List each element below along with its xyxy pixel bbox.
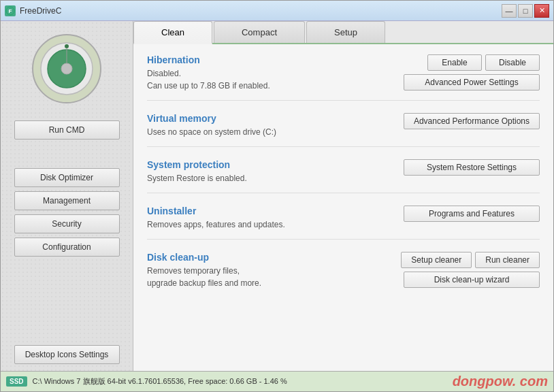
title-bar-left: F FreeDriveC bbox=[5, 5, 61, 16]
close-button[interactable]: ✕ bbox=[534, 4, 549, 18]
run-cmd-button[interactable]: Run CMD bbox=[14, 120, 120, 140]
main-content: Run CMD Disk Optimizer Management Securi… bbox=[1, 21, 553, 371]
uninstaller-left: Uninstaller Removes apps, features and u… bbox=[147, 206, 363, 231]
sidebar: Run CMD Disk Optimizer Management Securi… bbox=[1, 21, 133, 371]
disk-cleanup-left: Disk clean-up Removes temporary files, u… bbox=[147, 252, 363, 289]
status-bar: SSD C:\ Windows 7 旗舰版 64-bit v6.1.7601.6… bbox=[1, 371, 553, 391]
hibernation-right: Enable Disable Advanced Power Settings bbox=[363, 54, 540, 91]
enable-button[interactable]: Enable bbox=[427, 54, 482, 71]
hibernation-btn-row2: Advanced Power Settings bbox=[404, 74, 540, 91]
disk-cleanup-wizard-button[interactable]: Disk clean-up wizard bbox=[404, 272, 540, 288]
disk-cleanup-btn-row1: Setup cleaner Run cleaner bbox=[401, 252, 540, 268]
svg-text:F: F bbox=[9, 8, 12, 14]
management-button[interactable]: Management bbox=[14, 191, 120, 210]
app-logo bbox=[26, 28, 108, 110]
setup-cleaner-button[interactable]: Setup cleaner bbox=[401, 252, 472, 268]
virtual-memory-section: Virtual memory Uses no space on system d… bbox=[147, 113, 540, 147]
disk-cleanup-desc: Removes temporary files, upgrade backup … bbox=[147, 265, 349, 289]
hibernation-title: Hibernation bbox=[147, 54, 349, 65]
uninstaller-title: Uninstaller bbox=[147, 206, 349, 216]
hibernation-desc: Disabled. Can use up to 7.88 GB if enabl… bbox=[147, 67, 349, 92]
app-icon: F bbox=[5, 5, 16, 16]
uninstaller-section: Uninstaller Removes apps, features and u… bbox=[147, 206, 540, 240]
tabs-bar: Clean Compact Setup bbox=[133, 21, 553, 44]
system-protection-desc: System Restore is enabled. bbox=[147, 172, 349, 184]
main-window: F FreeDriveC — □ ✕ bbox=[0, 0, 554, 392]
virtual-memory-right: Advanced Performance Options bbox=[363, 113, 540, 129]
tab-setup[interactable]: Setup bbox=[306, 21, 385, 43]
system-protection-left: System protection System Restore is enab… bbox=[147, 159, 363, 184]
disable-button[interactable]: Disable bbox=[485, 54, 540, 71]
configuration-button[interactable]: Configuration bbox=[14, 238, 120, 257]
hibernation-btn-row1: Enable Disable bbox=[427, 54, 540, 71]
tab-clean[interactable]: Clean bbox=[133, 21, 212, 44]
system-protection-title: System protection bbox=[147, 159, 349, 170]
disk-cleanup-section: Disk clean-up Removes temporary files, u… bbox=[147, 252, 540, 297]
svg-point-5 bbox=[61, 63, 72, 74]
virtual-memory-title: Virtual memory bbox=[147, 113, 349, 124]
tab-content-clean: Hibernation Disabled. Can use up to 7.88… bbox=[133, 44, 553, 371]
advanced-power-settings-button[interactable]: Advanced Power Settings bbox=[404, 74, 540, 91]
tab-compact[interactable]: Compact bbox=[214, 21, 305, 43]
virtual-memory-desc: Uses no space on system drive (C:) bbox=[147, 126, 349, 138]
window-controls: — □ ✕ bbox=[502, 4, 549, 18]
watermark: dongpow. com bbox=[453, 374, 548, 389]
hibernation-left: Hibernation Disabled. Can use up to 7.88… bbox=[147, 54, 363, 92]
programs-and-features-button[interactable]: Programs and Features bbox=[404, 206, 540, 222]
system-protection-btn-row1: System Restore Settings bbox=[404, 159, 540, 176]
disk-cleanup-btn-row2: Disk clean-up wizard bbox=[404, 272, 540, 288]
virtual-memory-left: Virtual memory Uses no space on system d… bbox=[147, 113, 363, 138]
maximize-button[interactable]: □ bbox=[518, 4, 533, 18]
title-bar: F FreeDriveC — □ ✕ bbox=[1, 1, 553, 21]
virtual-memory-btn-row1: Advanced Performance Options bbox=[404, 113, 540, 129]
disk-optimizer-button[interactable]: Disk Optimizer bbox=[14, 168, 120, 187]
disk-cleanup-right: Setup cleaner Run cleaner Disk clean-up … bbox=[363, 252, 540, 288]
security-button[interactable]: Security bbox=[14, 214, 120, 233]
advanced-performance-options-button[interactable]: Advanced Performance Options bbox=[404, 113, 540, 129]
system-protection-right: System Restore Settings bbox=[363, 159, 540, 176]
system-restore-settings-button[interactable]: System Restore Settings bbox=[404, 159, 540, 176]
minimize-button[interactable]: — bbox=[502, 4, 517, 18]
hibernation-section: Hibernation Disabled. Can use up to 7.88… bbox=[147, 54, 540, 101]
status-info: C:\ Windows 7 旗舰版 64-bit v6.1.7601.65536… bbox=[33, 376, 287, 387]
system-protection-section: System protection System Restore is enab… bbox=[147, 159, 540, 193]
uninstaller-btn-row1: Programs and Features bbox=[404, 206, 540, 222]
uninstaller-desc: Removes apps, features and updates. bbox=[147, 218, 349, 231]
run-cleaner-button[interactable]: Run cleaner bbox=[475, 252, 540, 268]
svg-point-6 bbox=[65, 44, 69, 48]
desktop-icons-settings-button[interactable]: Desktop Icons Settings bbox=[14, 345, 120, 364]
content-area: Clean Compact Setup Hibernation Disabled… bbox=[133, 21, 553, 371]
uninstaller-right: Programs and Features bbox=[363, 206, 540, 222]
window-title: FreeDriveC bbox=[20, 6, 61, 16]
ssd-badge: SSD bbox=[6, 376, 27, 387]
disk-cleanup-title: Disk clean-up bbox=[147, 252, 349, 263]
